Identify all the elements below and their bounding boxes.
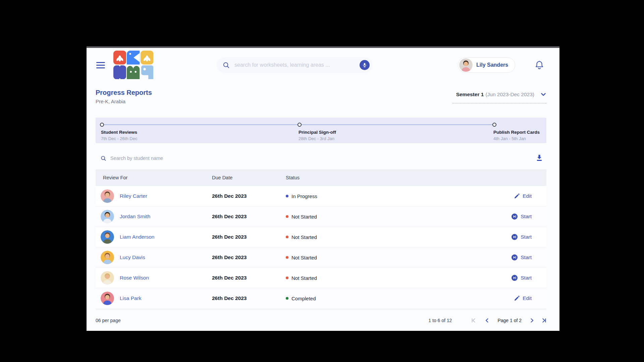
- table-row: Jordan Smith26th Dec 2023Not StartedStar…: [96, 206, 546, 227]
- timeline-milestone-label: Student Reviews 7th Dec - 26th Dec: [101, 130, 137, 141]
- page-indicator: Page 1 of 2: [497, 318, 522, 323]
- start-button[interactable]: Start: [512, 254, 532, 260]
- semester-label: Semester 1: [456, 92, 484, 97]
- student-name-link[interactable]: Riley Carter: [120, 193, 147, 199]
- logo-tile-lightblue: [141, 65, 153, 79]
- last-page-button[interactable]: [542, 318, 546, 323]
- voice-search-button[interactable]: [360, 60, 370, 70]
- milestone-name: Publish Report Cards: [493, 130, 540, 135]
- status-cell: Not Started: [286, 214, 477, 220]
- logo-tile-red: [113, 51, 126, 65]
- chevron-right-icon: [530, 318, 534, 323]
- milestone-name: Student Reviews: [101, 130, 137, 135]
- start-button[interactable]: Start: [512, 214, 532, 220]
- status-cell: Not Started: [286, 234, 477, 240]
- table-row: Lisa Park26th Dec 2023CompletedEdit: [96, 288, 546, 309]
- first-page-button[interactable]: [471, 318, 476, 323]
- first-page-icon: [471, 318, 476, 323]
- status-cell: In Progress: [286, 193, 477, 199]
- table-footer: 06 per page 1 to 6 of 12 Page 1 of 2: [96, 309, 546, 331]
- window-top-edge: [87, 46, 559, 48]
- action-label: Start: [521, 234, 532, 240]
- action-label: Edit: [523, 295, 532, 301]
- status-dot: [286, 297, 288, 300]
- edit-pencil-icon: [514, 296, 520, 301]
- microphone-icon: [362, 62, 367, 68]
- due-date: 26th Dec 2023: [212, 275, 286, 281]
- status-cell: Not Started: [286, 255, 477, 260]
- due-date: 26th Dec 2023: [212, 234, 286, 240]
- milestone-name: Principal Sign-off: [299, 130, 336, 135]
- timeline-milestone-dot: [492, 123, 496, 127]
- action-label: Start: [521, 275, 532, 281]
- notifications-bell-icon[interactable]: [535, 60, 544, 70]
- semester-dotted-divider: [452, 103, 546, 104]
- table-body: Riley Carter26th Dec 2023In ProgressEdit…: [96, 186, 546, 309]
- student-name-link[interactable]: Lisa Park: [120, 295, 142, 301]
- table-row: Riley Carter26th Dec 2023In ProgressEdit: [96, 186, 546, 206]
- status-dot: [286, 236, 288, 238]
- student-name-link[interactable]: Lucy Davis: [120, 254, 145, 260]
- milestone-dates: 7th Dec - 26th Dec: [101, 136, 137, 141]
- page-subtitle: Pre-K, Arabia: [96, 99, 152, 104]
- page-title-block: Progress Reports Pre-K, Arabia: [96, 89, 152, 104]
- table-row: Rose Wilson26th Dec 2023Not StartedStart: [96, 268, 546, 288]
- status-label: In Progress: [291, 193, 317, 199]
- logo-tile-blue: [127, 51, 140, 65]
- rows-range-label: 1 to 6 of 12: [428, 318, 452, 323]
- action-label: Edit: [523, 193, 532, 199]
- edit-button[interactable]: Edit: [514, 295, 532, 301]
- logo-tile-yellow: [141, 51, 153, 65]
- logo-tile-indigo: [113, 65, 126, 79]
- last-page-icon: [542, 318, 546, 323]
- milestone-dates: 4th Jan - 5th Jan: [493, 136, 540, 141]
- action-label: Start: [521, 254, 532, 260]
- user-name: Lily Sanders: [476, 62, 508, 68]
- column-header-review-for: Review For: [96, 175, 212, 180]
- student-search: [96, 149, 546, 167]
- student-name-link[interactable]: Rose Wilson: [120, 275, 149, 281]
- semester-selector[interactable]: Semester 1(Jun 2023-Dec 2023): [452, 92, 546, 98]
- search-icon: [223, 62, 230, 69]
- edit-pencil-icon: [514, 193, 520, 199]
- due-date: 26th Dec 2023: [212, 193, 286, 199]
- timeline-milestone-dot: [298, 123, 302, 127]
- student-avatar: [101, 271, 114, 285]
- student-search-input[interactable]: [110, 156, 546, 161]
- table-header: Review For Due Date Status: [96, 169, 546, 186]
- due-date: 26th Dec 2023: [212, 214, 286, 220]
- column-header-due-date: Due Date: [212, 175, 286, 180]
- timeline-milestone-dot: [100, 123, 104, 127]
- global-search: [217, 57, 372, 73]
- next-page-button[interactable]: [530, 318, 534, 323]
- status-label: Not Started: [291, 214, 317, 220]
- start-play-icon: [512, 214, 518, 220]
- previous-page-button[interactable]: [485, 318, 489, 323]
- student-name-link[interactable]: Jordan Smith: [120, 214, 150, 220]
- global-search-input[interactable]: [234, 62, 360, 68]
- milestone-dates: 28th Dec - 3rd Jan: [299, 136, 336, 141]
- student-name-link[interactable]: Liam Anderson: [120, 234, 154, 240]
- status-label: Completed: [291, 296, 316, 301]
- user-profile-chip[interactable]: Lily Sanders: [458, 57, 515, 73]
- status-label: Not Started: [291, 234, 317, 240]
- student-avatar: [101, 230, 114, 244]
- download-report-button[interactable]: [535, 154, 544, 163]
- start-play-icon: [512, 234, 518, 240]
- timeline-milestone-label: Principal Sign-off 28th Dec - 3rd Jan: [299, 130, 336, 141]
- page-title: Progress Reports: [96, 89, 152, 97]
- table-row: Liam Anderson26th Dec 2023Not StartedSta…: [96, 227, 546, 247]
- start-button[interactable]: Start: [512, 275, 532, 281]
- edit-button[interactable]: Edit: [514, 193, 532, 199]
- status-label: Not Started: [291, 255, 317, 260]
- app-logo: [113, 51, 153, 79]
- table-row: Lucy Davis26th Dec 2023Not StartedStart: [96, 247, 546, 268]
- student-avatar: [101, 189, 114, 203]
- menu-hamburger-icon[interactable]: [96, 62, 105, 68]
- status-dot: [286, 195, 288, 197]
- chevron-left-icon: [485, 318, 489, 323]
- download-icon: [535, 154, 543, 162]
- status-dot: [286, 277, 288, 279]
- start-button[interactable]: Start: [512, 234, 532, 240]
- student-avatar: [101, 292, 114, 305]
